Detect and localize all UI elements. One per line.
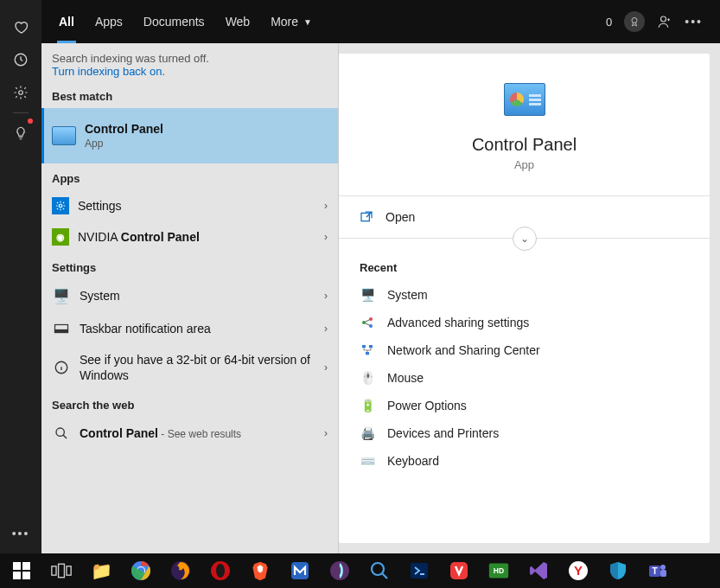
chevron-right-icon: ›	[324, 290, 328, 302]
section-settings: Settings	[41, 252, 338, 279]
result-label: Settings	[78, 199, 319, 213]
tab-label: All	[59, 15, 74, 29]
visualstudio-icon[interactable]	[520, 557, 557, 585]
result-web-search[interactable]: Control Panel - See web results ›	[41, 417, 338, 450]
share-icon	[360, 315, 375, 330]
tab-web[interactable]: Web	[215, 0, 261, 43]
result-text: Control Panel App	[85, 122, 328, 150]
svg-point-4	[59, 204, 62, 208]
bulb-icon[interactable]	[0, 117, 41, 150]
svg-rect-14	[369, 345, 373, 348]
recent-mouse[interactable]: 🖱️Mouse	[339, 364, 710, 392]
teams-icon[interactable]: T	[640, 557, 676, 585]
preview-title: Control Panel	[472, 135, 577, 155]
brave-icon[interactable]	[242, 557, 278, 585]
tab-more[interactable]: More▼	[260, 0, 322, 43]
svg-point-29	[216, 564, 225, 578]
section-apps: Apps	[41, 163, 338, 190]
svg-point-12	[369, 324, 373, 328]
svg-rect-22	[59, 564, 65, 577]
tab-label: Apps	[95, 15, 123, 29]
heart-icon[interactable]	[0, 10, 41, 43]
nvidia-icon: ◉	[52, 228, 69, 246]
hd-icon[interactable]: HD	[481, 557, 517, 585]
settings-icon	[52, 197, 69, 214]
magnifier-icon[interactable]	[361, 557, 398, 585]
result-32-64-bit[interactable]: See if you have a 32-bit or 64-bit versi…	[41, 345, 338, 390]
vivaldi-icon[interactable]	[441, 557, 477, 585]
result-settings[interactable]: Settings ›	[41, 190, 338, 221]
search-icon	[52, 424, 71, 443]
svg-rect-19	[13, 572, 21, 579]
turn-indexing-on-link[interactable]: Turn indexing back on.	[52, 65, 165, 78]
taskview-button[interactable]	[43, 557, 80, 585]
recent-system[interactable]: 🖥️System	[339, 281, 710, 309]
keyboard-icon: ⌨️	[360, 453, 375, 469]
svg-text:Y: Y	[574, 563, 583, 578]
firefox-icon[interactable]	[162, 557, 199, 585]
svg-point-2	[632, 18, 637, 23]
person-icon[interactable]	[657, 14, 672, 29]
chevron-right-icon: ›	[324, 361, 328, 374]
chevron-right-icon: ›	[324, 323, 328, 335]
medal-icon[interactable]	[624, 11, 645, 32]
recent-sharing[interactable]: Advanced sharing settings	[339, 309, 710, 336]
explorer-icon[interactable]: 📁	[83, 557, 119, 585]
svg-point-3	[661, 16, 666, 22]
preview-subtitle: App	[514, 158, 534, 171]
tab-apps[interactable]: Apps	[85, 0, 133, 43]
clock-icon[interactable]	[0, 43, 41, 76]
gear-icon[interactable]	[0, 76, 41, 109]
start-button[interactable]	[3, 557, 40, 585]
recent-label: Network and Sharing Center	[387, 343, 540, 357]
rewards-points[interactable]: 0	[606, 16, 612, 29]
recent-keyboard[interactable]: ⌨️Keyboard	[339, 447, 710, 475]
expand-button[interactable]: ⌄	[513, 227, 537, 251]
svg-point-32	[372, 563, 384, 575]
result-label: NVIDIA Control Panel	[78, 230, 319, 244]
result-system[interactable]: 🖥️ System ›	[41, 279, 338, 312]
tab-label: Web	[226, 15, 251, 29]
tab-documents[interactable]: Documents	[133, 0, 215, 43]
chevron-right-icon: ›	[324, 231, 328, 243]
powershell-icon[interactable]	[401, 557, 437, 585]
indexing-notice: Search indexing was turned off. Turn ind…	[41, 43, 338, 81]
defender-icon[interactable]	[600, 557, 636, 585]
svg-rect-6	[55, 330, 68, 333]
recent-printers[interactable]: 🖨️Devices and Printers	[339, 419, 710, 447]
chevron-down-icon: ⌄	[520, 233, 529, 245]
recent-power[interactable]: 🔋Power Options	[339, 392, 710, 419]
recent-network[interactable]: Network and Sharing Center	[339, 336, 710, 364]
notification-dot	[28, 118, 33, 124]
recent-label: Advanced sharing settings	[387, 316, 529, 329]
start-sidebar: •••	[0, 0, 41, 588]
result-control-panel[interactable]: Control Panel App	[41, 108, 338, 163]
svg-point-11	[369, 317, 373, 321]
result-taskbar-area[interactable]: Taskbar notification area ›	[41, 312, 338, 345]
svg-text:HD: HD	[494, 566, 504, 575]
svg-rect-23	[67, 566, 71, 575]
tor-icon[interactable]	[322, 557, 358, 585]
recent-label: Mouse	[387, 371, 424, 385]
section-best-match: Best match	[41, 81, 338, 108]
svg-point-10	[362, 321, 366, 324]
power-icon: 🔋	[360, 398, 375, 413]
recent-label: Power Options	[387, 399, 467, 412]
result-label: Taskbar notification area	[80, 322, 319, 336]
yandex-icon[interactable]: Y	[560, 557, 596, 585]
recent-label: Devices and Printers	[387, 426, 499, 440]
opera-icon[interactable]	[202, 557, 239, 585]
maxthon-icon[interactable]	[282, 557, 318, 585]
tab-all[interactable]: All	[48, 0, 85, 43]
control-panel-icon	[52, 126, 76, 145]
chrome-icon[interactable]	[123, 557, 159, 585]
svg-rect-17	[13, 562, 21, 570]
svg-rect-21	[52, 566, 56, 575]
monitor-icon: 🖥️	[52, 286, 71, 305]
open-label: Open	[385, 210, 415, 224]
result-nvidia[interactable]: ◉ NVIDIA Control Panel ›	[41, 221, 338, 252]
more-icon[interactable]: •••	[0, 517, 41, 550]
mouse-icon: 🖱️	[360, 370, 375, 386]
ellipsis-icon[interactable]: •••	[685, 15, 703, 29]
svg-point-1	[19, 91, 23, 95]
